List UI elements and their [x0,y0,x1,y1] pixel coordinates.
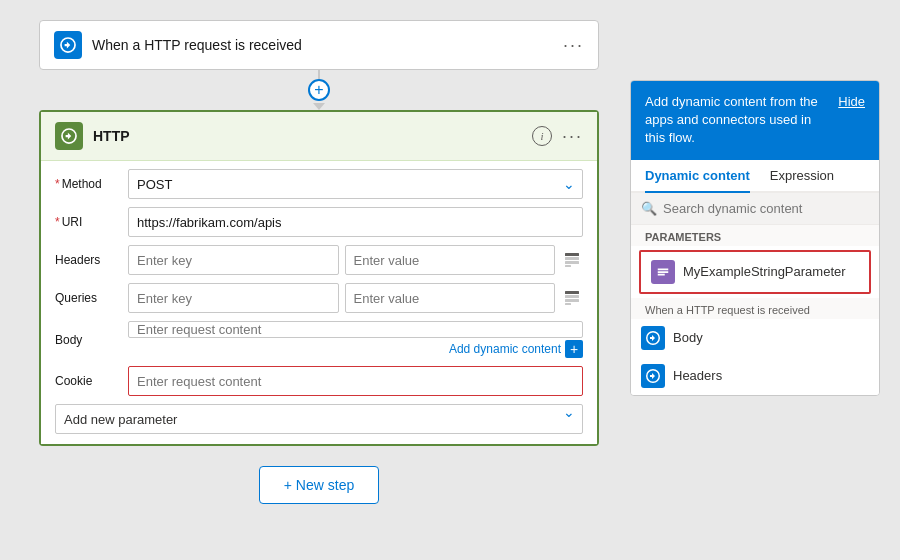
trigger-section-label: When a HTTP request is received [631,298,879,319]
method-row: *Method POST GET PUT DELETE PATCH ⌄ [55,169,583,199]
flow-item-body-icon [641,326,665,350]
headers-inputs [128,245,583,275]
flow-item-body-label: Body [673,330,703,345]
flow-item-headers[interactable]: Headers [631,357,879,395]
http-svg [60,127,78,145]
svg-rect-2 [565,261,579,264]
body-row: Body Add dynamic content + [55,321,583,358]
http-menu-dots[interactable]: ··· [562,126,583,147]
svg-rect-3 [565,265,571,267]
http-card: HTTP i ··· *Method POST GET PU [39,110,599,446]
search-box: 🔍 [631,193,879,225]
param-item-myexamplestring[interactable]: MyExampleStringParameter [639,250,871,294]
queries-row: Queries [55,283,583,313]
dynamic-tabs: Dynamic content Expression [631,160,879,193]
uri-label: *URI [55,215,120,229]
svg-rect-6 [565,299,579,302]
add-dynamic-link[interactable]: Add dynamic content [449,342,561,356]
headers-row: Headers [55,245,583,275]
add-param-select[interactable]: Add new parameter [55,404,583,434]
add-param-wrapper[interactable]: Add new parameter ⌄ [55,404,583,434]
flow-headers-svg [645,368,661,384]
queries-label: Queries [55,291,120,305]
trigger-menu-dots[interactable]: ··· [563,35,584,56]
headers-table-icon[interactable] [561,249,583,271]
body-wrapper: Add dynamic content + [128,321,583,358]
svg-rect-1 [565,257,579,260]
add-step-button[interactable]: + [308,79,330,101]
trigger-title: When a HTTP request is received [92,37,553,53]
param-svg-icon [656,265,670,279]
queries-table-icon[interactable] [561,287,583,309]
svg-rect-4 [565,291,579,294]
tab-expression[interactable]: Expression [770,160,834,193]
http-card-body: *Method POST GET PUT DELETE PATCH ⌄ [41,161,597,444]
method-required: * [55,177,60,191]
method-select[interactable]: POST GET PUT DELETE PATCH [128,169,583,199]
flow-item-headers-label: Headers [673,368,722,383]
add-param-row: Add new parameter ⌄ [55,404,583,434]
trigger-card: When a HTTP request is received ··· [39,20,599,70]
search-icon: 🔍 [641,201,657,216]
method-label: *Method [55,177,120,191]
svg-rect-5 [565,295,579,298]
http-icon [55,122,83,150]
http-trigger-svg [59,36,77,54]
svg-rect-7 [565,303,571,305]
body-label: Body [55,333,120,347]
uri-required: * [55,215,60,229]
flow-item-body[interactable]: Body [631,319,879,357]
dynamic-content-panel: Add dynamic content from the apps and co… [630,80,880,396]
http-card-header: HTTP i ··· [41,112,597,161]
queries-key-input[interactable] [128,283,339,313]
cookie-input[interactable] [128,366,583,396]
dynamic-panel-header-text: Add dynamic content from the apps and co… [645,93,830,148]
tab-dynamic-content[interactable]: Dynamic content [645,160,750,193]
queries-inputs [128,283,583,313]
uri-input[interactable] [128,207,583,237]
svg-rect-0 [565,253,579,256]
trigger-icon [54,31,82,59]
connector-line-top [318,70,320,79]
new-step-button[interactable]: + New step [259,466,379,504]
flow-item-headers-icon [641,364,665,388]
param-name: MyExampleStringParameter [683,264,846,279]
http-header-actions: i ··· [532,126,583,147]
queries-value-input[interactable] [345,283,556,313]
search-dynamic-input[interactable] [663,201,869,216]
flow-body-svg [645,330,661,346]
add-dynamic-button[interactable]: + [565,340,583,358]
new-step-label: + New step [284,477,354,493]
headers-label: Headers [55,253,120,267]
connector: + [308,70,330,110]
method-select-wrapper[interactable]: POST GET PUT DELETE PATCH ⌄ [128,169,583,199]
hide-button[interactable]: Hide [838,93,865,111]
headers-key-input[interactable] [128,245,339,275]
dynamic-panel-header: Add dynamic content from the apps and co… [631,81,879,160]
body-input[interactable] [128,321,583,338]
info-icon[interactable]: i [532,126,552,146]
param-icon [651,260,675,284]
http-title: HTTP [93,128,522,144]
connector-arrow [313,103,325,110]
cookie-label: Cookie [55,374,120,388]
add-dynamic-row: Add dynamic content + [128,340,583,358]
headers-value-input[interactable] [345,245,556,275]
cookie-row: Cookie [55,366,583,396]
parameters-section-label: Parameters [631,225,879,246]
uri-row: *URI [55,207,583,237]
